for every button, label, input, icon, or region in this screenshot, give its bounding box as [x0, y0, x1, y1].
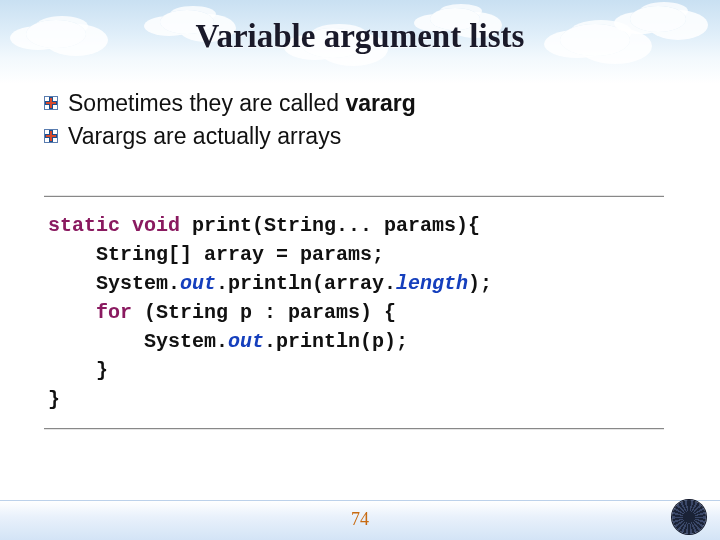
list-item: Varargs are actually arrays	[44, 121, 680, 152]
page-number: 74	[0, 509, 720, 530]
plus-bullet-icon	[44, 96, 58, 110]
logo-seal-icon	[672, 500, 706, 534]
slide-title: Variable argument lists	[0, 18, 720, 55]
bullet-list: Sometimes they are called vararg Varargs…	[44, 88, 680, 154]
bullet-text: Varargs are actually arrays	[68, 121, 341, 152]
bullet-text: Sometimes they are called vararg	[68, 88, 416, 119]
code-block: static void print(String... params){ Str…	[44, 196, 664, 429]
list-item: Sometimes they are called vararg	[44, 88, 680, 119]
plus-bullet-icon	[44, 129, 58, 143]
